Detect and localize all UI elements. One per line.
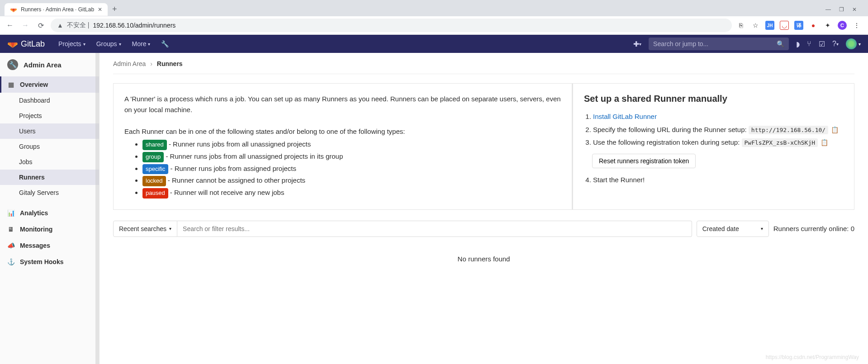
brand-text: GitLab [21,39,45,49]
empty-state: No runners found [113,246,854,272]
filter-input[interactable] [177,221,692,237]
help-icon[interactable]: ? ▾ [832,40,839,48]
setup-panel: Set up a shared Runner manually Install … [572,83,854,210]
sidebar-projects[interactable]: Projects [0,108,99,123]
groups-menu[interactable]: Groups▾ [92,37,126,51]
sidebar-jobs[interactable]: Jobs [0,154,99,170]
issues-icon[interactable]: ◗ [796,40,800,48]
sidebar-gitaly[interactable]: Gitaly Servers [0,185,99,200]
todos-icon[interactable]: ☑ [819,40,825,48]
chevron-down-icon: ▾ [859,42,861,47]
menu-icon[interactable]: ⋮ [852,21,861,30]
breadcrumb: Admin Area › Runners [113,60,854,74]
reload-button[interactable]: ⟳ [35,19,46,32]
tab-title: Runners · Admin Area · GitLab [21,6,94,13]
sidebar-dashboard[interactable]: Dashboard [0,93,99,108]
more-menu[interactable]: More▾ [128,37,155,51]
forward-button[interactable]: → [20,19,31,31]
translate-icon[interactable]: ⎘ [736,21,745,30]
state-group: group - Runner runs jobs from all unassi… [142,151,561,162]
runner-info-panel: A 'Runner' is a process which runs a job… [113,83,572,210]
sort-dropdown[interactable]: Created date▾ [697,221,769,237]
copy-token-icon[interactable]: 📋 [821,139,828,146]
setup-title: Set up a shared Runner manually [584,94,843,104]
setup-step4: Start the Runner! [593,174,843,187]
monitoring-icon: 🖥 [7,226,14,233]
bookmark-icon[interactable]: ☆ [751,21,760,30]
install-runner-link[interactable]: Install GitLab Runner [593,113,657,120]
breadcrumb-current: Runners [157,60,183,67]
info-paragraph-1: A 'Runner' is a process which runs a job… [124,94,561,115]
global-search[interactable]: 🔍 [649,38,789,50]
search-input[interactable] [653,40,771,47]
user-avatar [846,38,857,49]
hooks-icon: ⚓ [7,258,14,265]
wrench-icon: 🔧 [7,59,18,70]
plus-icon[interactable]: ✚ ▾ [633,40,641,48]
chevron-down-icon: ▾ [83,42,85,47]
setup-token: PwFlsZPX_zsB-xChSKjH [742,138,818,147]
maximize-button[interactable]: ❐ [839,6,844,13]
state-paused: paused - Runner will not receive any new… [142,187,561,199]
reset-token-button[interactable]: Reset runners registration token [592,154,696,168]
close-icon[interactable]: ✕ [98,6,102,13]
sidebar-title[interactable]: 🔧 Admin Area [0,53,99,76]
user-menu[interactable]: ▾ [846,38,861,49]
projects-menu[interactable]: Projects▾ [54,37,90,51]
sidebar-monitoring[interactable]: 🖥 Monitoring [0,221,99,237]
copy-url-icon[interactable]: 📋 [831,126,839,133]
setup-step2: Specify the following URL during the Run… [593,123,843,137]
state-specific: specific - Runner runs jobs from assigne… [142,163,561,175]
address-bar[interactable]: ▲ 不安全 | 192.168.56.10/admin/runners [51,19,732,32]
setup-step3: Use the following registration token dur… [593,136,843,149]
extension-record-icon[interactable]: ● [809,21,818,30]
runners-online-count: Runners currently online: 0 [773,225,854,232]
chevron-down-icon: ▾ [148,42,150,47]
overview-icon: ▦ [7,81,14,88]
insecure-icon: ▲ [57,22,63,29]
recent-searches-dropdown[interactable]: Recent searches▾ [113,221,177,237]
watermark: https://blog.csdn.net/ProgrammingWay [766,354,859,360]
profile-avatar-icon[interactable]: C [838,21,847,30]
state-locked: locked - Runner cannot be assigned to ot… [142,175,561,186]
merge-requests-icon[interactable]: ⑂ [807,40,811,48]
back-button[interactable]: ← [5,19,15,31]
scrollbar[interactable] [95,53,99,364]
extension-shield-icon[interactable]: ◡ [780,21,789,30]
sidebar-users[interactable]: Users [0,123,99,139]
sidebar-analytics[interactable]: 📊 Analytics [0,205,99,221]
extension-jh-icon[interactable]: JH [765,21,774,30]
gitlab-logo[interactable]: GitLab [7,38,45,49]
search-icon[interactable]: 🔍 [777,40,784,47]
chevron-right-icon: › [150,60,152,67]
sidebar-system-hooks[interactable]: ⚓ System Hooks [0,254,99,270]
state-shared: shared - Runner runs jobs from all unass… [142,139,561,150]
browser-tab[interactable]: Runners · Admin Area · GitLab ✕ [5,3,108,16]
sidebar-runners[interactable]: Runners [0,170,99,185]
chevron-down-icon: ▾ [119,42,121,47]
new-tab-button[interactable]: + [108,5,122,14]
gitlab-favicon [10,6,17,13]
extension-translate-icon[interactable]: 译 [794,21,803,30]
breadcrumb-admin[interactable]: Admin Area [113,60,146,67]
window-close-button[interactable]: ✕ [852,6,857,13]
insecure-label: 不安全 | [67,21,90,29]
sidebar-groups[interactable]: Groups [0,139,99,154]
extensions-icon[interactable]: ✦ [823,21,832,30]
messages-icon: 📣 [7,242,14,249]
chevron-down-icon: ▾ [761,226,763,231]
info-paragraph-2: Each Runner can be in one of the followi… [124,126,561,137]
analytics-icon: 📊 [7,209,14,217]
setup-url: http://192.168.56.10/ [749,126,828,134]
minimize-button[interactable]: — [825,6,831,13]
url-text: 192.168.56.10/admin/runners [93,22,175,29]
admin-wrench-icon[interactable]: 🔧 [157,37,173,51]
sidebar-overview[interactable]: ▦ Overview [0,76,99,93]
chevron-down-icon: ▾ [169,226,171,231]
sidebar-messages[interactable]: 📣 Messages [0,237,99,254]
